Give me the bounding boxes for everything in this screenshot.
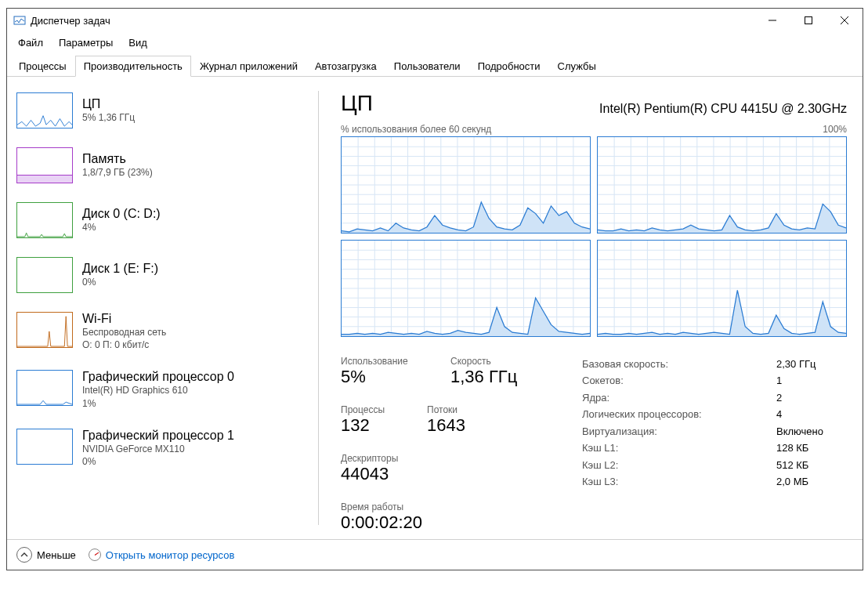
sidebar-item-sub: 5% 1,36 ГГц	[82, 111, 135, 124]
stat-label: Виртуализация:	[582, 423, 657, 440]
sidebar-item-memory[interactable]: Память 1,8/7,9 ГБ (23%)	[16, 146, 309, 185]
sidebar-item-label: Графический процессор 1	[82, 429, 234, 443]
menu-options[interactable]: Параметры	[51, 34, 121, 52]
fewer-details-button[interactable]: Меньше	[16, 547, 76, 563]
sidebar-item-label: Память	[82, 152, 153, 166]
sidebar-item-disk1[interactable]: Диск 1 (E: F:) 0%	[16, 255, 309, 295]
disk-thumb-icon	[16, 257, 73, 293]
tab-services[interactable]: Службы	[549, 56, 605, 77]
sidebar-item-sub: 1,8/7,9 ГБ (23%)	[82, 166, 153, 179]
sidebar-item-gpu1[interactable]: Графический процессор 1 NVIDIA GeForce M…	[16, 427, 309, 469]
sidebar-item-sub: 4%	[82, 221, 161, 234]
stat-value: 0:00:02:20	[341, 512, 544, 533]
stat-label: Дескрипторы	[341, 453, 419, 464]
stat-label: Использование	[341, 356, 419, 367]
stats-right-block: Базовая скорость:2,30 ГГц Сокетов:1 Ядра…	[582, 356, 847, 533]
stat-value: 2,30 ГГц	[776, 356, 847, 372]
graph-caption-left: % использования более 60 секунд	[341, 124, 491, 135]
sidebar-item-disk0[interactable]: Диск 0 (C: D:) 4%	[16, 201, 309, 240]
chevron-up-icon	[16, 547, 32, 563]
stat-label: Процессы	[341, 404, 396, 415]
sidebar-item-cpu[interactable]: ЦП 5% 1,36 ГГц	[16, 91, 309, 130]
stats-left-block: Использование5% Скорость1,36 ГГц Процесс…	[341, 356, 544, 533]
sidebar: ЦП 5% 1,36 ГГц Память 1,8/7,9 ГБ (23%) Д…	[7, 77, 319, 539]
stat-value: Включено	[776, 423, 847, 440]
sidebar-item-label: Wi-Fi	[82, 312, 166, 326]
wifi-thumb-icon	[16, 312, 73, 348]
stat-label: Базовая скорость:	[582, 356, 668, 372]
graph-caption-right: 100%	[823, 124, 847, 135]
open-resource-monitor-link[interactable]: Открыть монитор ресурсов	[89, 549, 234, 561]
tab-performance[interactable]: Производительность	[75, 56, 191, 77]
stat-value: 512 КБ	[776, 457, 847, 473]
stat-label: Сокетов:	[582, 372, 624, 389]
sidebar-item-wifi[interactable]: Wi-Fi Беспроводная сеть О: 0 П: 0 кбит/с	[16, 310, 309, 353]
sidebar-item-sub: Беспроводная сеть О: 0 П: 0 кбит/с	[82, 326, 166, 351]
stat-label: Потоки	[427, 404, 482, 415]
sidebar-item-label: Диск 1 (E: F:)	[82, 262, 158, 276]
minimize-button[interactable]	[754, 9, 790, 32]
stat-value: 5%	[341, 367, 419, 387]
stat-value: 2	[776, 389, 847, 406]
stat-label: Кэш L2:	[582, 457, 618, 473]
sidebar-item-sub: Intel(R) HD Graphics 610 1%	[82, 384, 234, 409]
tab-processes[interactable]: Процессы	[10, 56, 75, 77]
svg-rect-2	[805, 17, 812, 24]
main-pane: ЦП Intel(R) Pentium(R) CPU 4415U @ 2.30G…	[319, 77, 863, 539]
stat-value: 1,36 ГГц	[450, 367, 529, 387]
stat-label: Логических процессоров:	[582, 406, 702, 422]
maximize-button[interactable]	[790, 9, 826, 32]
sidebar-item-gpu0[interactable]: Графический процессор 0 Intel(R) HD Grap…	[16, 368, 309, 411]
footer: Меньше Открыть монитор ресурсов	[7, 539, 863, 570]
app-icon	[13, 14, 26, 27]
resource-monitor-icon	[89, 549, 101, 561]
tab-startup[interactable]: Автозагрузка	[306, 56, 385, 77]
tab-details[interactable]: Подробности	[469, 56, 549, 77]
tabstrip: Процессы Производительность Журнал прило…	[7, 55, 863, 77]
stat-value: 2,0 МБ	[776, 473, 847, 490]
cpu-core-graph-3	[597, 240, 847, 337]
sidebar-item-label: Диск 0 (C: D:)	[82, 207, 161, 221]
stat-label: Скорость	[450, 356, 529, 367]
page-title: ЦП	[341, 91, 373, 116]
stat-value: 4	[776, 406, 847, 422]
memory-thumb-icon	[16, 147, 73, 183]
cpu-thumb-icon	[16, 92, 73, 129]
stat-label: Кэш L1:	[582, 440, 618, 456]
sidebar-item-label: ЦП	[82, 97, 135, 111]
sidebar-item-label: Графический процессор 0	[82, 370, 234, 384]
content-area: ЦП 5% 1,36 ГГц Память 1,8/7,9 ГБ (23%) Д…	[7, 77, 863, 539]
stat-value: 1643	[427, 415, 482, 436]
menu-view[interactable]: Вид	[121, 34, 155, 52]
close-button[interactable]	[826, 9, 863, 32]
cpu-core-graph-0	[341, 136, 591, 234]
stat-value: 44043	[341, 464, 419, 484]
menubar: Файл Параметры Вид	[7, 32, 863, 53]
stat-value: 128 КБ	[776, 440, 847, 456]
stat-label: Время работы	[341, 501, 544, 512]
tab-apphistory[interactable]: Журнал приложений	[191, 56, 306, 77]
sidebar-item-sub: NVIDIA GeForce MX110 0%	[82, 443, 234, 468]
cpu-core-graph-2	[341, 240, 591, 337]
stat-label: Ядра:	[582, 389, 609, 406]
tab-users[interactable]: Пользователи	[385, 56, 469, 77]
sidebar-item-sub: 0%	[82, 276, 158, 288]
gpu-thumb-icon	[16, 370, 73, 406]
cpu-core-graph-1	[597, 136, 847, 234]
titlebar: Диспетчер задач	[7, 9, 863, 32]
cpu-model-name: Intel(R) Pentium(R) CPU 4415U @ 2.30GHz	[599, 102, 847, 116]
task-manager-window: Диспетчер задач Файл Параметры Вид Проце…	[6, 8, 863, 570]
stat-value: 132	[341, 415, 396, 436]
stat-label: Кэш L3:	[582, 473, 618, 490]
menu-file[interactable]: Файл	[10, 34, 51, 52]
stat-value: 1	[776, 372, 847, 389]
window-title: Диспетчер задач	[31, 15, 754, 27]
gpu-thumb-icon	[16, 429, 73, 465]
cpu-graph-grid	[341, 136, 847, 337]
disk-thumb-icon	[16, 202, 73, 238]
